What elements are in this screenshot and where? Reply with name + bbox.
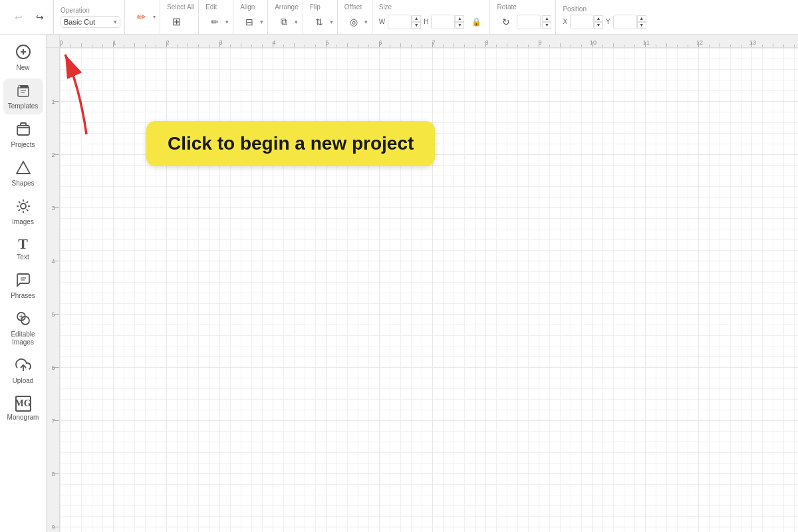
monogram-icon: MG — [15, 396, 31, 412]
sidebar-item-editable-images[interactable]: Editable Images — [3, 307, 43, 350]
arrange-label: Arrange — [275, 3, 299, 11]
flip-button[interactable]: ⇅ — [310, 13, 329, 31]
rotate-up[interactable]: ▲ — [542, 15, 551, 22]
position-label: Position — [563, 5, 587, 13]
new-icon — [15, 44, 31, 62]
rotate-input[interactable] — [517, 15, 541, 29]
editable-images-icon — [15, 311, 31, 329]
main-toolbar: ↩ ↪ Operation Basic Cut ▾ ✏ ▾ Select All… — [0, 0, 798, 35]
sidebar-item-text[interactable]: T Text — [3, 233, 43, 265]
edit2-section: Edit ✏ ▾ — [201, 0, 233, 34]
size-w-up[interactable]: ▲ — [412, 15, 421, 22]
size-w-label: W — [379, 18, 385, 25]
sidebar-item-phrases[interactable]: Phrases — [3, 268, 43, 304]
sidebar-projects-label: Projects — [11, 141, 35, 149]
sidebar-new-label: New — [16, 64, 29, 72]
position-y-down[interactable]: ▼ — [637, 22, 646, 29]
phrases-icon — [15, 272, 31, 290]
rotate-icon[interactable]: ↻ — [497, 13, 515, 31]
sidebar-item-templates[interactable]: Templates — [3, 78, 43, 114]
ruler-left: 123456789 — [47, 48, 60, 532]
text-icon: T — [18, 237, 28, 251]
shapes-icon — [15, 160, 31, 178]
undo-redo-group: ↩ ↪ — [5, 0, 54, 34]
align-label: Align — [240, 3, 255, 11]
sidebar-monogram-label: Monogram — [7, 414, 39, 422]
redo-button[interactable]: ↪ — [31, 8, 49, 27]
ruler-left-mark: 1 — [47, 98, 59, 105]
sidebar-item-monogram[interactable]: MG Monogram — [3, 392, 43, 426]
position-x-up[interactable]: ▲ — [594, 15, 603, 22]
sidebar-upload-label: Upload — [13, 377, 34, 385]
size-h-label: H — [424, 18, 428, 25]
position-x-label: X — [563, 18, 567, 25]
position-section: Position X ▲ ▼ Y ▲ ▼ — [559, 0, 650, 34]
sidebar-item-upload[interactable]: Upload — [3, 353, 43, 389]
ruler-left-mark: 9 — [47, 524, 59, 531]
size-label: Size — [379, 3, 392, 11]
size-h-up[interactable]: ▲ — [455, 15, 464, 22]
offset-button[interactable]: ◎ — [344, 13, 363, 31]
ruler-top-mark: 13 — [749, 39, 756, 46]
flip-section: Flip ⇅ ▾ — [306, 0, 338, 34]
sidebar-text-label: Text — [17, 253, 29, 261]
position-x-down[interactable]: ▼ — [594, 22, 603, 29]
rotate-down[interactable]: ▼ — [542, 22, 551, 29]
select-all-button[interactable]: ⊞ — [167, 13, 186, 31]
sidebar-item-images[interactable]: Images — [3, 194, 43, 230]
ruler-left-mark: 3 — [47, 205, 59, 211]
ruler-left-mark: 5 — [47, 311, 59, 318]
svg-point-3 — [18, 86, 20, 88]
operation-select[interactable]: Basic Cut ▾ — [61, 16, 120, 28]
position-y-input[interactable] — [613, 15, 637, 29]
edit2-button[interactable]: ✏ — [205, 13, 224, 31]
ruler-top-mark: 10 — [590, 39, 597, 46]
edit-button[interactable]: ✏ — [132, 8, 150, 27]
undo-button[interactable]: ↩ — [9, 8, 28, 27]
sidebar-phrases-label: Phrases — [11, 292, 35, 300]
lock-ratio-button[interactable]: 🔒 — [467, 13, 485, 31]
svg-point-6 — [21, 203, 26, 209]
projects-icon — [15, 121, 31, 139]
select-all-label: Select All — [167, 3, 194, 11]
size-h-down[interactable]: ▼ — [455, 22, 464, 29]
select-all-section: Select All ⊞ — [163, 0, 199, 34]
arrange-button[interactable]: ⧉ — [275, 13, 293, 31]
sidebar-item-new[interactable]: New — [3, 40, 43, 76]
sidebar-item-shapes[interactable]: Shapes — [3, 156, 43, 192]
sidebar-shapes-label: Shapes — [12, 180, 35, 188]
align-section: Align ⊟ ▾ — [236, 0, 268, 34]
flip-label: Flip — [310, 3, 321, 11]
operation-section: Operation Basic Cut ▾ — [57, 0, 125, 34]
offset-label: Offset — [344, 3, 362, 11]
align-button[interactable]: ⊟ — [240, 13, 259, 31]
ruler-left-mark: 2 — [47, 152, 59, 158]
position-y-label: Y — [606, 18, 610, 25]
images-icon — [15, 198, 31, 216]
upload-icon — [15, 357, 31, 375]
ruler-left-mark: 8 — [47, 471, 59, 477]
position-y-up[interactable]: ▲ — [637, 15, 646, 22]
ruler-top-mark: 11 — [643, 39, 650, 46]
edit2-label: Edit — [205, 3, 217, 11]
ruler-left-mark: 4 — [47, 258, 59, 265]
operation-label: Operation — [61, 7, 90, 14]
sidebar-templates-label: Templates — [8, 102, 39, 110]
size-w-input[interactable] — [388, 15, 412, 29]
canvas-area[interactable]: 01234567891011121314 123456789 Click to … — [47, 35, 798, 532]
sidebar-images-label: Images — [12, 218, 34, 226]
offset-section: Offset ◎ ▾ — [340, 0, 372, 34]
tooltip-text: Click to begin a new project — [168, 133, 414, 154]
rotate-section: Rotate ↻ ▲ ▼ — [493, 0, 556, 34]
ruler-left-mark: 7 — [47, 418, 59, 424]
size-section: Size W ▲ ▼ H ▲ ▼ 🔒 — [375, 0, 491, 34]
size-h-input[interactable] — [431, 15, 455, 29]
sidebar-editable-images-label: Editable Images — [6, 331, 41, 346]
position-x-input[interactable] — [570, 15, 594, 29]
size-w-down[interactable]: ▼ — [412, 22, 421, 29]
templates-icon — [15, 82, 31, 100]
tooltip-bubble: Click to begin a new project — [146, 121, 435, 166]
rotate-label: Rotate — [497, 3, 516, 11]
svg-line-13 — [26, 201, 27, 203]
sidebar-item-projects[interactable]: Projects — [3, 117, 43, 153]
